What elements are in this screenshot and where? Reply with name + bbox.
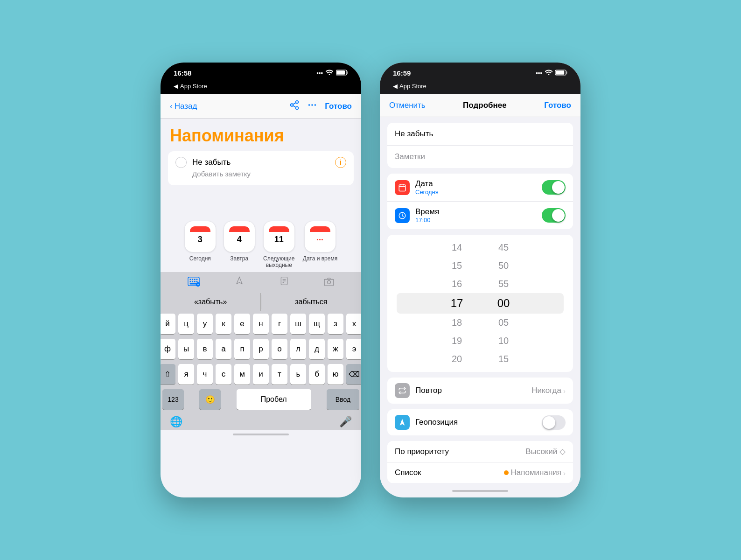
key-ч[interactable]: ч [197, 364, 213, 385]
back-button-left[interactable]: ‹ Назад [170, 102, 197, 111]
done-button-right[interactable]: Готово [544, 101, 571, 110]
cancel-button[interactable]: Отменить [389, 101, 426, 110]
time-left: 16:58 [174, 69, 191, 77]
key-р[interactable]: р [253, 339, 269, 359]
reminder-checkbox[interactable] [175, 157, 187, 168]
hour-picker-col[interactable]: 14 15 16 17 18 19 20 [433, 238, 480, 368]
nav-right-icons: Готово [289, 100, 352, 112]
minute-picker-col[interactable]: 45 50 55 00 05 10 15 [480, 238, 527, 368]
add-note-placeholder[interactable]: Добавить заметку [175, 168, 346, 180]
return-key[interactable]: Ввод [327, 389, 359, 410]
detail-content: Не забыть Заметки Дата Сегодня [380, 117, 580, 486]
key-в[interactable]: в [197, 339, 213, 359]
key-с[interactable]: с [216, 364, 231, 385]
more-icon[interactable] [307, 100, 317, 112]
time-picker[interactable]: 14 15 16 17 18 19 20 45 50 55 00 05 10 1… [387, 235, 573, 372]
key-ф[interactable]: ф [161, 339, 175, 359]
mic-icon[interactable]: 🎤 [339, 416, 352, 428]
key-я[interactable]: я [178, 364, 194, 385]
share-icon[interactable] [289, 100, 300, 112]
geo-toggle[interactable] [542, 415, 566, 430]
key-к[interactable]: к [216, 314, 231, 334]
camera-icon[interactable] [324, 276, 334, 289]
date-row: Дата Сегодня [387, 174, 573, 202]
svg-rect-9 [194, 279, 196, 280]
quick-action-datetime[interactable]: Дата и время [303, 221, 337, 268]
time-right: 16:59 [393, 69, 411, 77]
key-щ[interactable]: щ [309, 314, 325, 334]
key-з[interactable]: з [328, 314, 343, 334]
key-е[interactable]: е [234, 314, 250, 334]
svg-rect-7 [189, 279, 191, 280]
battery-icon-right [555, 70, 567, 77]
keyboard-icon[interactable]: + [188, 276, 200, 289]
home-indicator-left [161, 430, 361, 441]
info-button[interactable]: i [335, 157, 346, 168]
signal-icon-left: ▪▪▪ [316, 70, 323, 77]
key-л[interactable]: л [290, 339, 306, 359]
location-icon[interactable] [235, 276, 244, 289]
num-key[interactable]: 123 [162, 389, 184, 410]
reminder-text-input[interactable] [192, 158, 329, 167]
date-icon [395, 180, 410, 195]
key-ю[interactable]: ю [328, 364, 343, 385]
title-notes-section: Не забыть Заметки [387, 123, 573, 168]
time-icon [395, 208, 410, 223]
list-row[interactable]: Список Напоминания › [387, 462, 573, 483]
calendar-icon-today: 3 [190, 226, 210, 247]
key-ш[interactable]: ш [290, 314, 306, 334]
status-icons-left: ▪▪▪ [316, 70, 348, 77]
svg-rect-1 [336, 70, 345, 75]
svg-rect-8 [192, 279, 193, 280]
done-button-left[interactable]: Готово [325, 102, 352, 111]
key-н[interactable]: н [253, 314, 269, 334]
detail-nav-title: Подробнее [463, 101, 507, 110]
document-icon[interactable] [280, 276, 289, 289]
key-ь[interactable]: ь [290, 364, 306, 385]
time-label: Время [415, 207, 542, 217]
repeat-row[interactable]: Повтор Никогда › [387, 378, 573, 404]
notes-field[interactable]: Заметки [387, 146, 573, 168]
suggestion-2[interactable]: забыться [261, 293, 361, 311]
quick-action-tomorrow[interactable]: 4 Завтра [224, 221, 255, 268]
key-б[interactable]: б [309, 364, 325, 385]
keyboard-suggestions: «забыть» забыться [161, 293, 361, 311]
key-и[interactable]: и [253, 364, 269, 385]
svg-rect-27 [399, 185, 405, 191]
geo-row: Геопозиция [387, 409, 573, 435]
key-х[interactable]: х [346, 314, 361, 334]
time-sublabel: 17:00 [415, 217, 542, 224]
key-а[interactable]: а [216, 339, 231, 359]
signal-icon-right: ▪▪▪ [536, 70, 542, 77]
key-п[interactable]: п [234, 339, 250, 359]
delete-key[interactable]: ⌫ [346, 364, 361, 385]
quick-action-today[interactable]: 3 Сегодня [184, 221, 216, 268]
shift-key[interactable]: ⇧ [161, 364, 175, 385]
appstore-bar-right: ◀ App Store [380, 81, 580, 94]
space-key[interactable]: Пробел [237, 389, 311, 410]
time-toggle[interactable] [542, 208, 566, 223]
reminder-title-field[interactable]: Не забыть [387, 123, 573, 146]
key-м[interactable]: м [234, 364, 250, 385]
emoji-key[interactable]: 🙂 [199, 389, 221, 410]
key-ы[interactable]: ы [178, 339, 194, 359]
key-т[interactable]: т [272, 364, 287, 385]
key-о[interactable]: о [272, 339, 287, 359]
svg-rect-25 [556, 70, 564, 75]
priority-label: По приоритету [395, 447, 525, 456]
suggestion-1[interactable]: «забыть» [161, 293, 261, 311]
key-ц[interactable]: ц [178, 314, 194, 334]
key-э[interactable]: э [346, 339, 361, 359]
svg-rect-13 [194, 281, 196, 282]
svg-rect-26 [566, 71, 567, 74]
detail-nav: Отменить Подробнее Готово [380, 94, 580, 117]
quick-action-weekend[interactable]: 11 Следующие выходные [263, 221, 295, 268]
key-й[interactable]: й [161, 314, 175, 334]
date-toggle[interactable] [542, 180, 566, 195]
priority-row[interactable]: По приоритету Высокий ◇ [387, 441, 573, 462]
key-ж[interactable]: ж [328, 339, 343, 359]
key-д[interactable]: д [309, 339, 325, 359]
key-г[interactable]: г [272, 314, 287, 334]
key-у[interactable]: у [197, 314, 213, 334]
globe-icon[interactable]: 🌐 [170, 416, 182, 428]
